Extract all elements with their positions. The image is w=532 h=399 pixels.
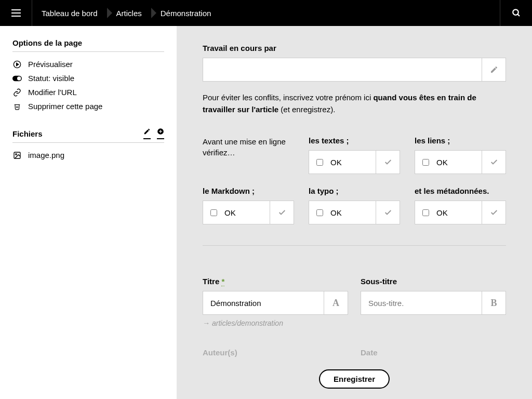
check-liens-checkbox[interactable] (422, 159, 429, 166)
check-confirm-button[interactable] (482, 151, 506, 174)
check-label-metadata: et les métadonnées. (415, 187, 506, 195)
check-ok-label: OK (436, 208, 482, 217)
sidebar-item-delete[interactable]: Supprimer cette page (12, 99, 164, 113)
check-confirm-button[interactable] (376, 151, 400, 174)
title-label: Titre * (203, 277, 348, 286)
play-icon (12, 60, 22, 69)
svg-point-12 (16, 153, 17, 155)
check-confirm-button[interactable] (376, 201, 400, 224)
check-label-markdown: le Markdown ; (203, 187, 294, 195)
check-icon (490, 158, 498, 166)
topbar: Tableau de bord Articles Démonstration (0, 0, 532, 26)
subtitle-type-button[interactable]: B (482, 291, 506, 314)
check-label-liens: les liens ; (415, 136, 506, 145)
page-options-heading: Options de la page (12, 38, 164, 52)
check-label-typo: la typo ; (309, 187, 400, 195)
wip-input-row (203, 58, 506, 82)
toggle-icon (12, 75, 22, 82)
files-add-button[interactable] (157, 128, 164, 139)
slug-text: → articles/demonstration (203, 319, 348, 327)
serif-a-icon: A (332, 298, 339, 309)
subtitle-label: Sous-titre (361, 277, 506, 286)
check-row-liens: OK (415, 150, 506, 174)
title-type-button[interactable]: A (324, 291, 348, 314)
date-label: Date (361, 348, 506, 357)
link-icon (12, 88, 22, 97)
search-icon (512, 8, 521, 18)
sidebar: Options de la page Prévisualiser Statut:… (0, 26, 177, 399)
sidebar-item-status[interactable]: Statut: visible (12, 71, 164, 85)
wip-edit-button[interactable] (482, 58, 506, 81)
sidebar-item-label: Statut: visible (28, 74, 74, 83)
pencil-icon (490, 65, 498, 74)
save-button[interactable]: Enregistrer (319, 369, 390, 389)
check-confirm-button[interactable] (270, 201, 294, 224)
check-row-typo: OK (309, 201, 400, 224)
wip-label: Travail en cours par (203, 44, 506, 52)
check-confirm-button[interactable] (482, 201, 506, 224)
svg-point-5 (17, 76, 21, 81)
check-ok-label: OK (330, 208, 376, 217)
sidebar-item-url[interactable]: Modifier l'URL (12, 85, 164, 99)
files-edit-button[interactable] (143, 128, 151, 139)
files-heading: Fichiers (12, 129, 43, 138)
subtitle-input[interactable] (361, 291, 482, 314)
sidebar-item-label: Prévisualiser (28, 60, 73, 69)
breadcrumb-dashboard[interactable]: Tableau de bord (32, 0, 107, 26)
trash-icon (12, 102, 22, 111)
breadcrumb-current[interactable]: Démonstration (151, 0, 221, 26)
image-icon (12, 151, 22, 159)
check-ok-label: OK (330, 158, 376, 167)
check-row-metadata: OK (415, 201, 506, 224)
wip-help-text: Pour éviter les conflits, inscrivez votr… (203, 92, 506, 115)
breadcrumb-articles[interactable]: Articles (107, 0, 151, 26)
main-content: Travail en cours par Pour éviter les con… (177, 26, 532, 399)
check-row-markdown: OK (203, 201, 294, 224)
authors-label: Auteur(s) (203, 348, 348, 357)
breadcrumb: Tableau de bord Articles Démonstration (32, 0, 220, 26)
check-icon (278, 208, 286, 217)
check-label-textes: les textes ; (309, 136, 400, 145)
file-item[interactable]: image.png (12, 148, 164, 162)
menu-button[interactable] (0, 0, 32, 26)
check-prompt: Avant une mise en ligne vérifiez… (203, 136, 294, 158)
hamburger-icon (11, 9, 21, 17)
sidebar-item-preview[interactable]: Prévisualiser (12, 57, 164, 71)
check-row-textes: OK (309, 150, 400, 174)
wip-input[interactable] (203, 58, 482, 81)
check-markdown-checkbox[interactable] (210, 209, 217, 216)
title-input[interactable] (203, 291, 324, 314)
check-icon (384, 158, 392, 166)
check-metadata-checkbox[interactable] (422, 209, 429, 216)
sidebar-item-label: Supprimer cette page (28, 102, 102, 111)
svg-marker-3 (17, 63, 19, 65)
svg-line-1 (517, 14, 520, 16)
check-textes-checkbox[interactable] (316, 159, 323, 166)
check-ok-label: OK (436, 158, 482, 167)
plus-circle-icon (157, 128, 164, 135)
svg-point-0 (513, 9, 518, 15)
check-icon (490, 208, 498, 217)
sidebar-item-label: Modifier l'URL (28, 88, 77, 97)
search-button[interactable] (500, 0, 532, 26)
serif-b-icon: B (490, 298, 497, 309)
file-name: image.png (28, 151, 64, 159)
required-mark: * (221, 277, 224, 286)
check-typo-checkbox[interactable] (316, 209, 323, 216)
check-ok-label: OK (224, 208, 270, 217)
divider (203, 245, 506, 246)
pencil-icon (143, 128, 151, 135)
check-icon (384, 208, 392, 217)
